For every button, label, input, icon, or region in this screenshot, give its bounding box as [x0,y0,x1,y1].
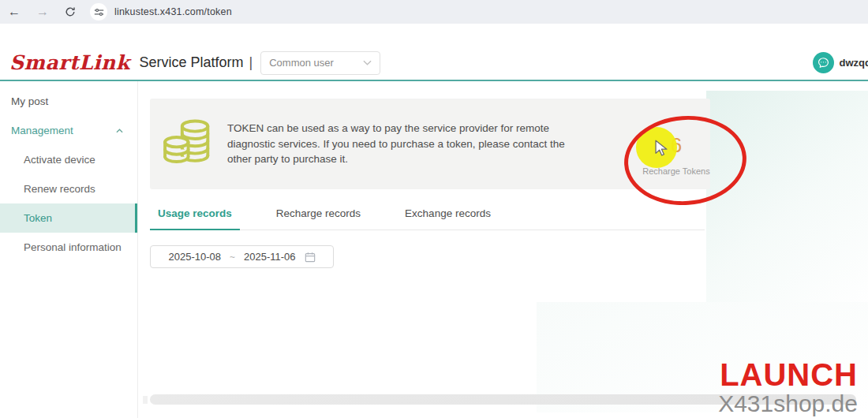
token-info-card: TOKEN can be used as a way to pay the se… [150,99,710,189]
username[interactable]: dwzqq [840,57,868,69]
sidebar-item-my-post[interactable]: My post [0,87,137,116]
token-info-text: TOKEN can be used as a way to pay the se… [227,121,586,167]
sidebar-management-label: Management [11,116,73,145]
coins-icon [163,118,211,171]
date-start-input[interactable]: 2025-10-08 [168,251,221,263]
watermark-launch: LAUNCH [718,359,858,390]
chat-bubble-icon [817,56,830,69]
chevron-down-icon [363,60,372,65]
refresh-icon[interactable] [57,6,84,17]
browser-toolbar: ← → linkustest.x431.com/token [0,0,868,24]
sidebar-item-token[interactable]: Token [0,203,137,233]
avatar[interactable] [813,52,834,73]
smartlink-logo: SmartLink [9,51,130,74]
site-settings-icon[interactable] [90,3,107,21]
watermark: LAUNCH X431shop.de [718,359,858,416]
mouse-cursor-icon [653,140,669,160]
window-gap [0,24,868,46]
date-range-separator: ~ [230,252,235,263]
background-wash [706,91,868,302]
main-content: TOKEN can be used as a way to pay the se… [138,81,868,418]
platform-title: Service Platform [140,54,244,71]
date-range-picker[interactable]: 2025-10-08 ~ 2025-11-06 [150,245,334,268]
title-divider: | [249,54,253,71]
forward-icon[interactable]: → [28,0,57,24]
sidebar-item-management[interactable]: Management [0,116,137,145]
tab-recharge-records[interactable]: Recharge records [268,207,369,230]
scrollbar-nub [143,396,148,404]
sidebar-item-personal-information[interactable]: Personal information [0,233,137,262]
sidebar: My post Management Activate device Renew… [0,81,138,418]
date-end-input[interactable]: 2025-11-06 [244,251,296,263]
role-dropdown-value: Common user [269,57,363,69]
sidebar-item-renew-records[interactable]: Renew records [0,174,137,203]
watermark-shop: X431shop.de [718,392,858,416]
tab-usage-records[interactable]: Usage records [150,207,240,230]
url-bar[interactable]: linkustest.x431.com/token [114,6,232,17]
back-icon[interactable]: ← [0,0,28,24]
user-role-dropdown[interactable]: Common user [260,51,380,75]
calendar-icon[interactable] [305,252,316,263]
tab-exchange-records[interactable]: Exchange records [397,207,499,230]
site-header: SmartLink Service Platform | Common user… [0,46,868,81]
chevron-up-icon [116,129,123,133]
sidebar-item-activate-device[interactable]: Activate device [0,145,137,174]
records-tabs: Usage records Recharge records Exchange … [150,207,705,230]
